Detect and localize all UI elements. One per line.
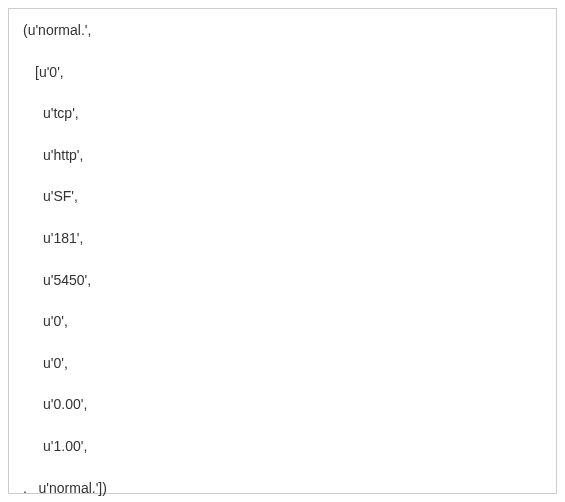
- output-line: u'tcp',: [23, 104, 542, 124]
- output-line: u'1.00',: [23, 437, 542, 457]
- output-line: u'5450',: [23, 271, 542, 291]
- output-line: u'SF',: [23, 187, 542, 207]
- output-line: u'0',: [23, 354, 542, 374]
- output-line: (u'normal.',: [23, 21, 542, 41]
- output-line: [u'0',: [23, 63, 542, 83]
- output-line: u'0',: [23, 312, 542, 332]
- output-line: u'http',: [23, 146, 542, 166]
- output-line: u'181',: [23, 229, 542, 249]
- output-line: u'0.00',: [23, 395, 542, 415]
- code-output-box: (u'normal.', [u'0', u'tcp', u'http', u'S…: [8, 8, 557, 494]
- output-line: . u'normal.']): [23, 479, 542, 499]
